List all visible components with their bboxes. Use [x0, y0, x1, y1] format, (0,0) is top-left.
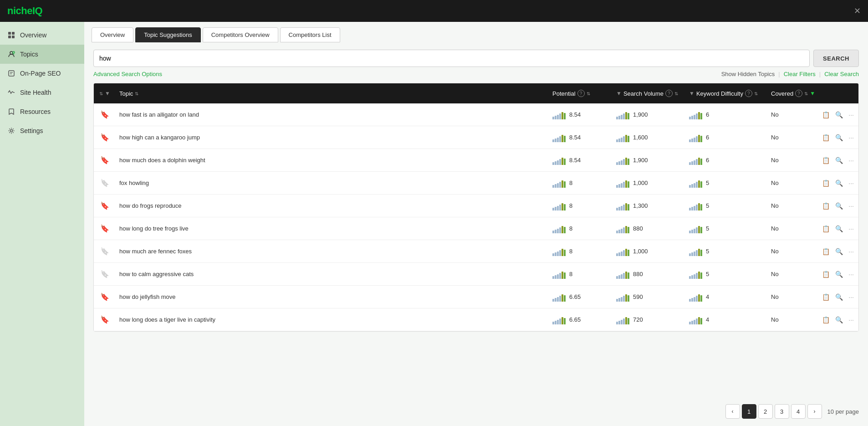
- search-row-button[interactable]: 🔍: [834, 293, 844, 302]
- td-potential: 8: [549, 198, 613, 214]
- tab-overview[interactable]: Overview: [92, 27, 133, 42]
- next-page-button[interactable]: ›: [807, 404, 822, 419]
- filter-icon-select[interactable]: ▼: [105, 90, 110, 97]
- filter-icon-kd[interactable]: ▼: [689, 90, 694, 97]
- td-actions: 📋 🔍 ···: [822, 175, 858, 191]
- td-potential: 8.54: [549, 107, 613, 123]
- tab-competitors-overview[interactable]: Competitors Overview: [203, 27, 278, 42]
- sidebar-item-settings[interactable]: Settings: [0, 121, 84, 140]
- page-3-button[interactable]: 3: [775, 404, 789, 419]
- page-4-button[interactable]: 4: [791, 404, 806, 419]
- prev-page-button[interactable]: ‹: [725, 404, 740, 419]
- show-hidden-topics[interactable]: Show Hidden Topics: [721, 71, 775, 77]
- search-row-button[interactable]: 🔍: [834, 133, 844, 142]
- more-options-button[interactable]: ···: [848, 224, 855, 233]
- search-row-button[interactable]: 🔍: [834, 110, 844, 119]
- sort-icon-select[interactable]: ⇅: [99, 91, 103, 96]
- more-options-button[interactable]: ···: [848, 179, 855, 188]
- per-page-selector[interactable]: 10 per page: [827, 408, 859, 415]
- bookmark-icon[interactable]: 🔖: [100, 133, 109, 142]
- sidebar-item-topics[interactable]: Topics: [0, 45, 84, 64]
- tab-competitors-list[interactable]: Competitors List: [280, 27, 340, 42]
- close-button[interactable]: ✕: [854, 6, 861, 16]
- td-actions: 📋 🔍 ···: [822, 289, 858, 305]
- bookmark-icon[interactable]: 🔖: [100, 315, 109, 324]
- more-options-button[interactable]: ···: [848, 201, 855, 210]
- copy-button[interactable]: 📋: [821, 110, 831, 119]
- bookmark-icon[interactable]: 🔖: [100, 224, 109, 233]
- potential-score: 8: [569, 202, 572, 209]
- bookmark-icon[interactable]: 🔖: [100, 179, 109, 187]
- search-button[interactable]: SEARCH: [813, 50, 859, 67]
- copy-button[interactable]: 📋: [821, 133, 831, 142]
- search-row-button[interactable]: 🔍: [834, 247, 844, 256]
- page-2-button[interactable]: 2: [758, 404, 773, 419]
- search-row-button[interactable]: 🔍: [834, 270, 844, 279]
- search-row-button[interactable]: 🔍: [834, 201, 844, 210]
- mini-chart: [552, 247, 566, 256]
- copy-button[interactable]: 📋: [821, 224, 831, 233]
- covered-value: No: [771, 248, 779, 255]
- logo-main: niche: [7, 5, 32, 16]
- more-options-button[interactable]: ···: [848, 247, 855, 256]
- sort-icon-topic[interactable]: ⇅: [135, 91, 138, 96]
- search-volume-value: 1,300: [633, 202, 648, 209]
- clear-filters-link[interactable]: Clear Filters: [784, 71, 816, 77]
- search-row-button[interactable]: 🔍: [834, 179, 844, 188]
- svg-rect-1: [12, 32, 15, 35]
- mini-chart: [616, 156, 629, 165]
- covered-value: No: [771, 134, 779, 141]
- sidebar-item-on-page-seo[interactable]: On-Page SEO: [0, 64, 84, 83]
- copy-button[interactable]: 📋: [821, 247, 831, 256]
- mini-chart: [689, 247, 702, 256]
- sort-icon-sv[interactable]: ⇅: [674, 91, 678, 96]
- copy-button[interactable]: 📋: [821, 315, 831, 324]
- search-row-button[interactable]: 🔍: [834, 315, 844, 324]
- svg-point-4: [10, 51, 13, 54]
- more-options-button[interactable]: ···: [848, 293, 855, 302]
- td-potential: 6.65: [549, 289, 613, 305]
- more-options-button[interactable]: ···: [848, 156, 855, 165]
- sidebar-item-resources[interactable]: Resources: [0, 102, 84, 121]
- more-options-button[interactable]: ···: [848, 270, 855, 279]
- more-options-button[interactable]: ···: [848, 133, 855, 142]
- search-input[interactable]: [93, 50, 810, 67]
- bookmark-icon[interactable]: 🔖: [100, 156, 109, 164]
- sidebar-item-overview[interactable]: Overview: [0, 26, 84, 45]
- potential-score: 8: [569, 248, 572, 255]
- mini-chart: [552, 293, 566, 302]
- search-volume-help-icon[interactable]: ?: [665, 90, 673, 97]
- covered-help-icon[interactable]: ?: [795, 90, 802, 97]
- td-bookmark: 🔖: [94, 198, 116, 214]
- copy-button[interactable]: 📋: [821, 156, 831, 165]
- kd-help-icon[interactable]: ?: [745, 90, 752, 97]
- more-options-button[interactable]: ···: [848, 110, 855, 119]
- sort-icon-kd[interactable]: ⇅: [754, 91, 758, 96]
- page-1-button[interactable]: 1: [742, 404, 756, 419]
- copy-button[interactable]: 📋: [821, 179, 831, 188]
- td-topic: how do frogs reproduce: [116, 199, 549, 213]
- sort-icon-potential[interactable]: ⇅: [587, 91, 590, 96]
- potential-help-icon[interactable]: ?: [577, 90, 585, 97]
- bookmark-icon[interactable]: 🔖: [100, 270, 109, 278]
- advanced-search-link[interactable]: Advanced Search Options: [93, 71, 162, 77]
- kd-value: 4: [706, 316, 709, 323]
- bookmark-icon[interactable]: 🔖: [100, 247, 109, 256]
- sidebar-overview-label: Overview: [20, 31, 46, 39]
- copy-button[interactable]: 📋: [821, 201, 831, 210]
- filter-icon-sv[interactable]: ▼: [616, 90, 622, 97]
- bookmark-icon[interactable]: 🔖: [100, 201, 109, 210]
- clear-search-link[interactable]: Clear Search: [824, 71, 859, 77]
- copy-button[interactable]: 📋: [821, 293, 831, 302]
- search-row-button[interactable]: 🔍: [834, 224, 844, 233]
- bookmark-icon[interactable]: 🔖: [100, 110, 109, 119]
- filter-icon-covered[interactable]: ▼: [810, 90, 815, 97]
- sort-icon-covered[interactable]: ⇅: [804, 91, 808, 96]
- sidebar-item-site-health[interactable]: Site Health: [0, 83, 84, 102]
- bookmark-icon[interactable]: 🔖: [100, 293, 109, 301]
- tab-topic-suggestions[interactable]: Topic Suggestions: [135, 27, 201, 42]
- copy-button[interactable]: 📋: [821, 270, 831, 279]
- search-row-button[interactable]: 🔍: [834, 156, 844, 165]
- more-options-button[interactable]: ···: [848, 315, 855, 324]
- topic-name: how do jellyfish move: [119, 293, 176, 300]
